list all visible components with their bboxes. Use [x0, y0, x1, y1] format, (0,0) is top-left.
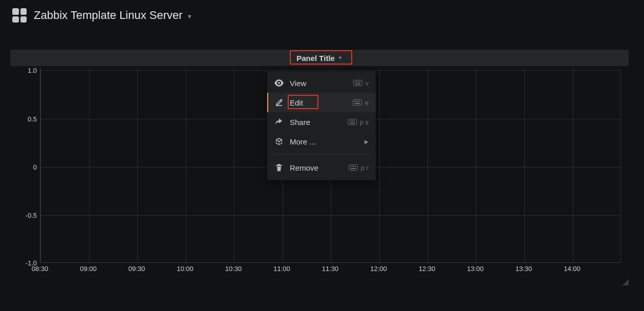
x-tick-label: 09:00: [80, 265, 97, 273]
gridline-v: [379, 68, 380, 262]
x-tick-label: 09:30: [128, 265, 145, 273]
menu-item-edit[interactable]: Edit e: [267, 93, 376, 112]
x-tick-label: 12:00: [370, 265, 387, 273]
trash-icon: [274, 163, 284, 172]
x-tick-label: 11:30: [322, 265, 339, 273]
menu-item-label: Share: [290, 118, 341, 127]
svg-rect-19: [350, 166, 351, 167]
x-tick-label: 13:00: [467, 265, 484, 273]
submenu-arrow: ▶: [364, 139, 369, 144]
menu-item-remove[interactable]: Remove p r: [267, 158, 376, 177]
menu-item-label: Edit: [290, 98, 347, 107]
svg-rect-5: [355, 84, 360, 85]
svg-rect-22: [355, 166, 356, 167]
svg-rect-4: [359, 81, 360, 82]
svg-rect-17: [350, 122, 355, 123]
y-tick-label: 0: [16, 163, 37, 171]
x-tick-label: 11:00: [273, 265, 290, 273]
menu-item-label: Remove: [290, 163, 342, 172]
svg-rect-12: [348, 119, 356, 125]
svg-rect-0: [353, 80, 362, 86]
menu-item-label: More ...: [290, 137, 358, 146]
svg-rect-8: [356, 101, 357, 102]
gridline-v: [234, 68, 234, 262]
svg-rect-7: [354, 101, 355, 102]
y-tick-label: 0.5: [16, 115, 37, 123]
gridline-v: [186, 68, 186, 262]
gridline-v: [620, 68, 621, 262]
dashboard-header: Zabbix Template Linux Server ▼: [0, 0, 644, 28]
svg-rect-13: [349, 120, 350, 121]
dashboard-title[interactable]: Zabbix Template Linux Server ▼: [34, 9, 192, 22]
keyboard-icon: [348, 119, 357, 125]
svg-rect-16: [354, 120, 355, 121]
panel-resize-handle[interactable]: [622, 279, 629, 285]
svg-rect-21: [353, 166, 354, 167]
annotation-title-highlight: [290, 50, 352, 65]
keyboard-icon: [353, 80, 362, 86]
y-tick-label: -0.5: [16, 212, 37, 219]
x-tick-label: 08:30: [32, 265, 49, 273]
gridline-v: [89, 68, 90, 262]
dashboard-grid-icon[interactable]: [12, 8, 27, 23]
menu-item-share[interactable]: Share p s: [267, 112, 376, 132]
menu-shortcut: v: [353, 79, 369, 87]
svg-rect-10: [359, 101, 360, 102]
eye-icon: [274, 79, 284, 87]
menu-item-label: View: [290, 79, 347, 88]
svg-rect-20: [352, 166, 353, 167]
svg-rect-9: [357, 101, 358, 102]
panel-context-menu: View v Edit e Share: [267, 71, 376, 180]
x-tick-label: 14:00: [564, 265, 581, 273]
menu-shortcut: p r: [349, 164, 369, 172]
svg-rect-11: [355, 103, 360, 104]
svg-rect-15: [352, 120, 353, 121]
menu-separator: [272, 154, 371, 155]
pencil-icon: [274, 98, 284, 107]
svg-rect-2: [356, 81, 357, 82]
keyboard-icon: [349, 164, 358, 171]
share-icon: [274, 118, 284, 126]
svg-rect-14: [351, 120, 352, 121]
gridline-v: [524, 68, 525, 262]
menu-shortcut: p s: [348, 118, 369, 126]
x-tick-label: 13:30: [516, 265, 532, 273]
dashboard-title-text: Zabbix Template Linux Server: [34, 9, 183, 22]
y-tick-label: 1.0: [16, 67, 37, 74]
chevron-down-icon: ▼: [187, 13, 192, 19]
svg-rect-23: [351, 168, 356, 169]
menu-item-view[interactable]: View v: [267, 73, 376, 93]
cube-icon: [274, 137, 284, 146]
x-tick-label: 10:00: [177, 265, 194, 273]
gridline-v: [427, 68, 428, 262]
svg-rect-6: [353, 100, 361, 106]
gridline-v: [476, 68, 477, 262]
svg-rect-3: [358, 81, 359, 82]
x-tick-label: 10:30: [225, 265, 242, 273]
gridline-v: [137, 68, 138, 262]
menu-item-more[interactable]: More ... ▶: [267, 132, 376, 151]
panel-title-bar: Panel Title ▼: [10, 50, 629, 66]
gridline-v: [573, 68, 573, 262]
gridline-v: [40, 68, 41, 262]
svg-rect-18: [349, 165, 357, 171]
svg-rect-1: [355, 81, 356, 82]
x-tick-label: 12:30: [419, 265, 436, 273]
menu-accent-bar: [267, 93, 268, 112]
menu-shortcut: e: [353, 99, 369, 107]
keyboard-icon: [353, 99, 362, 106]
